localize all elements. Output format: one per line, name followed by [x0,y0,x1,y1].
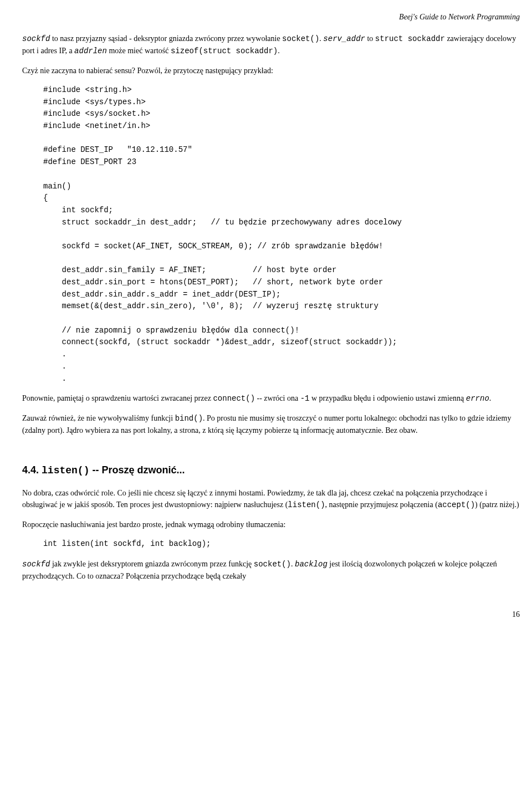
text: może mieć wartość [107,47,171,55]
paragraph-2: Czyż nie zaczyna to nabierać sensu? Pozw… [22,65,520,76]
section-title: -- Proszę dzwonić... [89,464,185,476]
section-code: listen() [42,465,89,476]
section-heading: 4.4. listen() -- Proszę dzwonić... [22,463,520,478]
code-inline: sizeof(struct sockaddr) [171,47,278,55]
paragraph-6: Ropoczęcie nasłuchiwania jest bardzo pro… [22,519,520,530]
code-inline: connect() [213,394,255,403]
section-number: 4.4. [22,464,42,476]
text: . [489,394,492,402]
text: Ponownie, pamiętaj o sprawdzeniu wartośc… [22,394,213,402]
code-inline: socket() [254,560,291,569]
text: to [365,34,375,43]
paragraph-7: sockfd jak zwykle jest deksryptorem gnia… [22,558,520,582]
code-inline: listen() [288,500,325,509]
text: . [278,47,280,55]
text: Zauważ również, że nie wywoływaliśmy fun… [22,414,175,422]
text: w przypadku błędu i odpowienio ustawi zm… [310,394,466,402]
running-header: Beej's Guide to Network Programming [22,11,520,23]
code-inline: serv_addr [323,34,365,43]
text: to nasz przyjazny sąsiad - deksryptor gn… [50,34,282,43]
code-inline: -1 [300,394,310,403]
code-inline: socket() [282,34,319,43]
text: . [291,560,295,568]
code-block-2: int listen(int sockfd, int backlog); [43,538,520,550]
paragraph-5: No dobra, czas odwórcić role. Co jeśli n… [22,487,520,511]
text: , następnie przyjmujesz połączenia ( [325,500,438,509]
code-inline: sockfd [22,34,50,43]
code-inline: backlog [295,560,328,569]
page-number: 16 [22,609,520,620]
code-inline: errno [466,394,489,403]
text: -- zwróci ona [255,394,300,402]
code-inline: addrlen [74,47,107,55]
text: jak zwykle jest deksryptorem gniazda zwr… [50,560,253,568]
code-inline: struct sockaddr [375,34,445,43]
paragraph-1: sockfd to nasz przyjazny sąsiad - deksry… [22,33,520,57]
code-inline: sockfd [22,560,50,569]
code-block-1: #include <string.h> #include <sys/types.… [43,84,520,385]
paragraph-3: Ponownie, pamiętaj o sprawdzeniu wartośc… [22,392,520,405]
code-inline: bind() [175,414,203,423]
code-inline: accept() [438,500,475,509]
text: ) (patrz niżej.) [475,500,519,509]
paragraph-4: Zauważ również, że nie wywoływaliśmy fun… [22,412,520,436]
